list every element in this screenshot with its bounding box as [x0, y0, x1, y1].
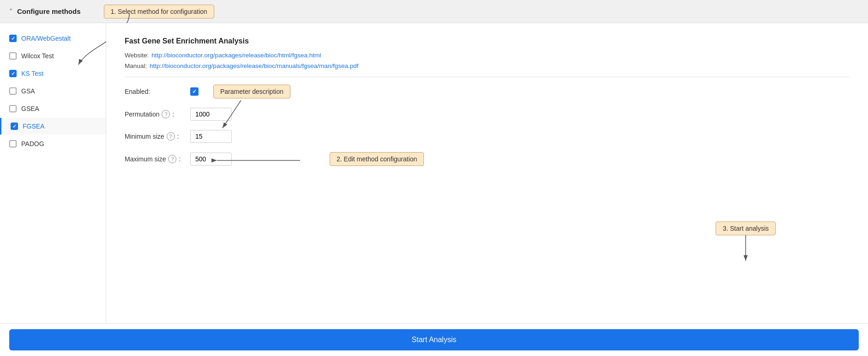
checkbox-ora[interactable] [9, 35, 17, 42]
checkbox-wilcox[interactable] [9, 52, 17, 60]
chevron-icon[interactable]: ˅ [9, 8, 12, 15]
arrow-to-start [732, 235, 760, 268]
sidebar-item-fgsea[interactable]: FGSEA [0, 118, 106, 135]
sidebar-item-gsa[interactable]: GSA [0, 83, 106, 99]
callout3-container: 3. Start analysis [716, 221, 776, 268]
checkbox-padog[interactable] [9, 140, 17, 147]
panel-title: Fast Gene Set Enrichment Analysis [125, 37, 850, 45]
sidebar-label-wilcox: Wilcox Test [21, 52, 54, 60]
manual-link[interactable]: http://bioconductor.org/packages/release… [150, 62, 359, 69]
sidebar-label-padog: PADOG [21, 140, 44, 147]
top-bar: ˅ Configure methods 1. Select method for… [0, 0, 868, 23]
arrow-to-maxsize [212, 156, 305, 170]
sidebar-item-gsea[interactable]: GSEA [0, 100, 106, 117]
panel: Fast Gene Set Enrichment Analysis Websit… [106, 23, 868, 323]
configure-label: Configure methods [17, 7, 81, 15]
sidebar-item-padog[interactable]: PADOG [0, 135, 106, 152]
sidebar-item-ora[interactable]: ORA/WebGestalt [0, 30, 106, 47]
callout-start-analysis: 3. Start analysis [716, 221, 776, 235]
sidebar-item-wilcox[interactable]: Wilcox Test [0, 48, 106, 64]
divider [125, 77, 850, 77]
website-label: Website: [125, 52, 149, 59]
permutation-help-icon[interactable]: ? [162, 110, 170, 118]
permutation-label: Permutation ?: [125, 110, 185, 118]
enabled-label: Enabled: [125, 88, 185, 95]
maxsize-label: Maximum size ?: [125, 155, 185, 163]
panel-website: Website: http://bioconductor.org/package… [125, 52, 850, 59]
sidebar-item-ks[interactable]: KS Test [0, 65, 106, 82]
minsize-row: Minimum size ?: [125, 130, 850, 143]
manual-label: Manual: [125, 62, 147, 69]
bottom-bar: Start Analysis [0, 323, 868, 356]
sidebar-label-gsa: GSA [21, 87, 35, 95]
callout-edit-method: 2. Edit method configuration [330, 152, 424, 166]
checkbox-ks[interactable] [9, 70, 17, 77]
sidebar: ORA/WebGestalt Wilcox Test KS Test GSA G… [0, 23, 106, 323]
enabled-row: Enabled: Parameter description [125, 85, 850, 98]
permutation-input[interactable] [190, 108, 232, 121]
panel-manual: Manual: http://bioconductor.org/packages… [125, 62, 850, 69]
minsize-input[interactable] [190, 130, 232, 143]
sidebar-label-gsea: GSEA [21, 105, 39, 112]
checkbox-gsa[interactable] [9, 87, 17, 95]
maxsize-row: Maximum size ?: 2. Edit method configura… [125, 152, 850, 166]
arrow-to-permutation [241, 100, 278, 133]
sidebar-label-ks: KS Test [21, 70, 43, 77]
sidebar-label-ora: ORA/WebGestalt [21, 35, 71, 42]
callout-param-description: Parameter description [213, 85, 290, 98]
permutation-row: Permutation ?: [125, 108, 850, 121]
minsize-help-icon[interactable]: ? [167, 132, 175, 141]
maxsize-help-icon[interactable]: ? [168, 155, 176, 163]
start-analysis-button[interactable]: Start Analysis [9, 329, 859, 350]
sidebar-label-fgsea: FGSEA [23, 123, 44, 130]
minsize-label: Minimum size ?: [125, 132, 185, 141]
main-content: ORA/WebGestalt Wilcox Test KS Test GSA G… [0, 23, 868, 323]
checkbox-gsea[interactable] [9, 105, 17, 112]
checkbox-fgsea[interactable] [11, 123, 18, 130]
website-link[interactable]: http://bioconductor.org/packages/release… [151, 52, 321, 59]
enabled-checkbox[interactable] [190, 87, 199, 96]
